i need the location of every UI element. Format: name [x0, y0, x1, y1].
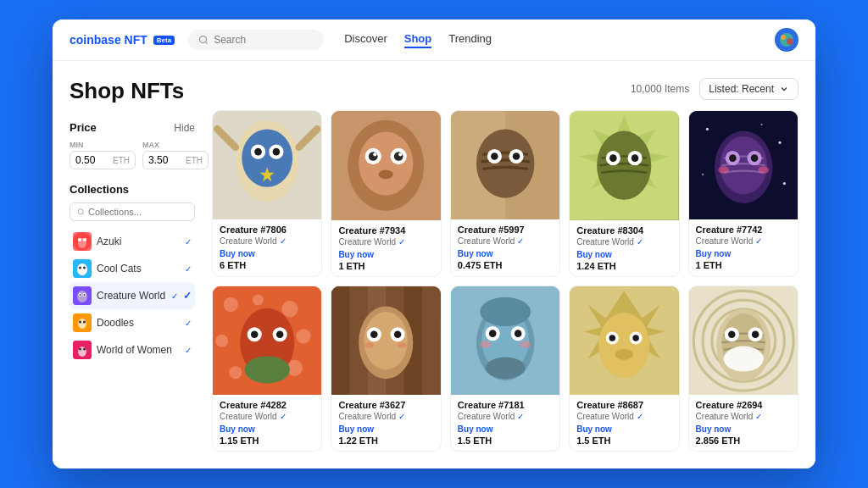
svg-point-10 [78, 238, 81, 241]
svg-point-25 [83, 321, 86, 324]
nft-buy-7806[interactable]: Buy now [220, 249, 314, 258]
logo: coinbase NFT Beta [70, 33, 175, 47]
svg-point-11 [83, 238, 86, 241]
nav-shop[interactable]: Shop [404, 32, 432, 48]
avatar[interactable] [775, 28, 798, 52]
sidebar: Shop NFTs Price Hide MIN ETH MAX [70, 78, 195, 452]
nft-card-3627[interactable]: Creature #3627 Creature World ✓ Buy now … [331, 286, 441, 452]
svg-point-117 [598, 313, 649, 378]
svg-point-47 [374, 152, 377, 156]
search-box[interactable] [188, 30, 324, 50]
svg-point-6 [78, 209, 83, 214]
nft-card-2694[interactable]: Creature #2694 Creature World ✓ Buy now … [688, 286, 798, 452]
sort-dropdown[interactable]: Listed: Recent [699, 78, 798, 100]
price-filter: Price Hide MIN ETH MAX [70, 121, 195, 169]
chevron-down-icon [779, 84, 789, 94]
nft-buy-3627[interactable]: Buy now [338, 424, 433, 434]
collection-name-doodles: Doodles [97, 317, 180, 329]
nft-name-7806: Creature #7806 [220, 225, 314, 235]
search-input[interactable] [214, 34, 314, 46]
svg-line-1 [205, 42, 207, 43]
collection-thumb-azuki [73, 232, 92, 251]
nft-card-8304[interactable]: Creature #8304 Creature World ✓ Buy now … [569, 110, 679, 276]
svg-point-107 [480, 297, 531, 325]
nft-collection-5997: Creature World ✓ [458, 236, 553, 246]
min-price-input[interactable] [75, 154, 109, 166]
nft-buy-7181[interactable]: Buy now [458, 424, 553, 434]
verified-icon-doodles: ✓ [185, 319, 192, 328]
logo-badge: Beta [153, 36, 175, 45]
collections-search-box[interactable] [70, 202, 195, 221]
svg-point-66 [760, 124, 762, 125]
svg-point-69 [782, 182, 785, 185]
nav-trending[interactable]: Trending [448, 32, 492, 48]
collection-item-doodles[interactable]: Doodles ✓ [70, 309, 195, 336]
verified-icon-azuki: ✓ [185, 237, 192, 247]
nft-card-7181[interactable]: Creature #7181 Creature World ✓ Buy now … [450, 286, 560, 452]
nft-buy-7742[interactable]: Buy now [696, 249, 791, 258]
svg-point-112 [480, 341, 491, 348]
svg-point-84 [229, 366, 242, 379]
svg-point-102 [365, 342, 375, 347]
max-price-input[interactable] [148, 154, 182, 166]
nft-buy-5997[interactable]: Buy now [458, 249, 553, 258]
nft-collection-3627: Creature World ✓ [338, 412, 433, 421]
collection-item-worldofwomen[interactable]: World of Women ✓ [70, 336, 195, 363]
svg-point-77 [758, 166, 769, 174]
nft-card-7934[interactable]: Creature #7934 Creature World ✓ Buy now … [331, 110, 441, 276]
collections-search-input[interactable] [88, 207, 187, 217]
nft-collection-8304: Creature World ✓ [576, 237, 671, 247]
svg-point-76 [718, 166, 729, 174]
verified-icon-worldofwomen: ✓ [185, 346, 192, 355]
svg-rect-93 [331, 286, 349, 395]
nft-collection-7934: Creature World ✓ [338, 237, 433, 247]
collection-item-coolcats[interactable]: Cool Cats ✓ [70, 255, 195, 282]
nft-card-8687[interactable]: Creature #8687 Creature World ✓ Buy now … [569, 286, 679, 452]
svg-point-91 [244, 356, 289, 383]
sort-label: Listed: Recent [709, 83, 774, 95]
nft-name-7742: Creature #7742 [696, 225, 791, 235]
nav-discover[interactable]: Discover [344, 32, 387, 48]
nft-collection-2694: Creature World ✓ [696, 412, 791, 421]
collection-item-creatureworld[interactable]: Creature World ✓ ✓ [70, 282, 195, 309]
nft-card-4282[interactable]: Creature #4282 Creature World ✓ Buy now … [212, 286, 322, 452]
svg-point-122 [615, 348, 633, 359]
svg-point-67 [778, 141, 781, 144]
nft-name-8687: Creature #8687 [576, 400, 671, 410]
nft-price-8687: 1.5 ETH [576, 435, 671, 446]
svg-point-68 [702, 174, 704, 175]
nft-buy-2694[interactable]: Buy now [696, 424, 791, 434]
svg-point-37 [254, 148, 262, 156]
nft-name-5997: Creature #5997 [458, 225, 553, 235]
nft-card-7806[interactable]: Creature #7806 Creature World ✓ Buy now … [212, 110, 322, 276]
nft-price-5997: 0.475 ETH [458, 260, 553, 270]
nft-buy-7934[interactable]: Buy now [338, 250, 433, 259]
svg-point-121 [633, 335, 639, 341]
nft-collection-4282: Creature World ✓ [220, 412, 314, 421]
svg-point-52 [476, 129, 534, 197]
nft-buy-4282[interactable]: Buy now [220, 424, 314, 434]
verified-icon-coolcats: ✓ [185, 264, 192, 274]
svg-point-81 [281, 301, 298, 317]
logo-text: coinbase NFT [70, 33, 147, 47]
svg-point-21 [84, 294, 86, 296]
svg-point-56 [513, 152, 520, 160]
svg-point-55 [491, 152, 498, 160]
nft-card-5997[interactable]: Creature #5997 Creature World ✓ Buy now … [450, 110, 560, 276]
collection-item-azuki[interactable]: Azuki ✓ [70, 228, 195, 255]
nft-buy-8687[interactable]: Buy now [576, 424, 671, 434]
svg-point-80 [253, 294, 264, 305]
nft-collection-7806: Creature World ✓ [220, 236, 314, 246]
svg-point-28 [79, 348, 81, 351]
nft-price-4282: 1.15 ETH [220, 435, 314, 446]
nft-name-7934: Creature #7934 [338, 225, 433, 236]
nft-price-7806: 6 ETH [220, 260, 314, 270]
nft-buy-8304[interactable]: Buy now [576, 250, 671, 259]
nft-name-4282: Creature #4282 [220, 400, 314, 410]
svg-point-34 [242, 129, 292, 186]
nft-card-7742[interactable]: Creature #7742 Creature World ✓ Buy now … [688, 110, 798, 276]
collection-thumb-coolcats [73, 259, 92, 278]
svg-point-82 [215, 334, 228, 347]
min-price-label: MIN [70, 141, 136, 149]
hide-price-button[interactable]: Hide [174, 122, 195, 134]
